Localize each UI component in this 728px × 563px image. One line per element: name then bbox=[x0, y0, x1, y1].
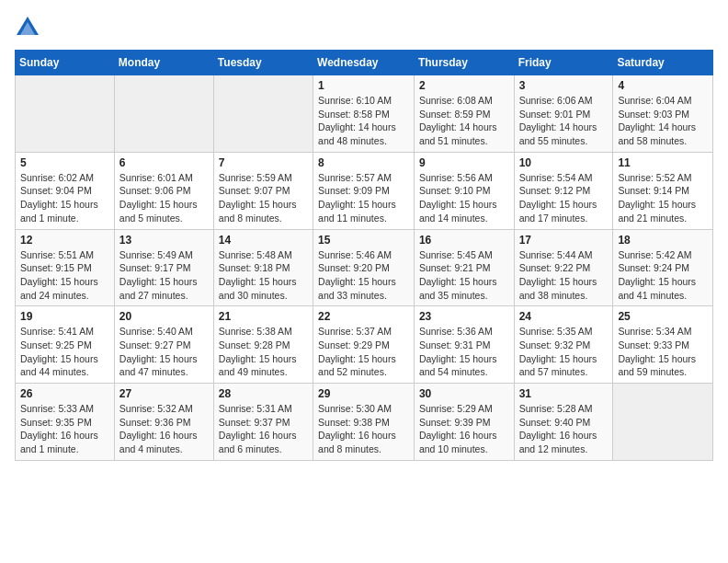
calendar-cell bbox=[613, 384, 713, 461]
calendar-cell: 8Sunrise: 5:57 AMSunset: 9:09 PMDaylight… bbox=[313, 152, 415, 229]
calendar-cell: 13Sunrise: 5:49 AMSunset: 9:17 PMDayligh… bbox=[114, 229, 213, 306]
day-number: 19 bbox=[20, 310, 109, 323]
day-number: 17 bbox=[519, 234, 609, 247]
logo-icon bbox=[15, 15, 40, 40]
day-info: Sunrise: 6:02 AMSunset: 9:04 PMDaylight:… bbox=[20, 171, 109, 225]
day-number: 24 bbox=[519, 310, 609, 323]
day-number: 2 bbox=[419, 79, 509, 92]
day-number: 5 bbox=[20, 156, 109, 169]
day-info: Sunrise: 5:59 AMSunset: 9:07 PMDaylight:… bbox=[219, 171, 308, 225]
calendar-week-5: 26Sunrise: 5:33 AMSunset: 9:35 PMDayligh… bbox=[16, 384, 713, 461]
day-number: 11 bbox=[618, 156, 708, 169]
day-number: 4 bbox=[618, 79, 708, 92]
calendar-cell: 10Sunrise: 5:54 AMSunset: 9:12 PMDayligh… bbox=[514, 152, 613, 229]
day-number: 14 bbox=[219, 234, 308, 247]
calendar-cell: 6Sunrise: 6:01 AMSunset: 9:06 PMDaylight… bbox=[114, 152, 213, 229]
day-number: 23 bbox=[419, 310, 509, 323]
calendar-cell: 29Sunrise: 5:30 AMSunset: 9:38 PMDayligh… bbox=[313, 384, 415, 461]
day-info: Sunrise: 5:45 AMSunset: 9:21 PMDaylight:… bbox=[419, 248, 509, 303]
day-info: Sunrise: 5:41 AMSunset: 9:25 PMDaylight:… bbox=[20, 325, 109, 379]
day-info: Sunrise: 5:44 AMSunset: 9:22 PMDaylight:… bbox=[519, 248, 609, 303]
day-info: Sunrise: 6:04 AMSunset: 9:03 PMDaylight:… bbox=[618, 94, 708, 148]
header-sunday: Sunday bbox=[16, 51, 115, 75]
day-number: 28 bbox=[219, 387, 308, 400]
day-info: Sunrise: 5:29 AMSunset: 9:39 PMDaylight:… bbox=[419, 402, 509, 456]
day-number: 27 bbox=[119, 387, 209, 400]
calendar-cell: 21Sunrise: 5:38 AMSunset: 9:28 PMDayligh… bbox=[213, 306, 313, 384]
page-header bbox=[15, 15, 713, 40]
calendar-cell bbox=[213, 75, 313, 153]
day-info: Sunrise: 5:28 AMSunset: 9:40 PMDaylight:… bbox=[519, 402, 609, 456]
calendar-week-4: 19Sunrise: 5:41 AMSunset: 9:25 PMDayligh… bbox=[16, 306, 713, 384]
calendar-cell: 24Sunrise: 5:35 AMSunset: 9:32 PMDayligh… bbox=[514, 306, 613, 384]
day-number: 26 bbox=[20, 387, 109, 400]
calendar-cell: 12Sunrise: 5:51 AMSunset: 9:15 PMDayligh… bbox=[16, 229, 115, 306]
day-number: 12 bbox=[20, 234, 109, 247]
header-monday: Monday bbox=[114, 51, 213, 75]
day-number: 7 bbox=[219, 156, 308, 169]
calendar-week-2: 5Sunrise: 6:02 AMSunset: 9:04 PMDaylight… bbox=[16, 152, 713, 229]
day-info: Sunrise: 5:57 AMSunset: 9:09 PMDaylight:… bbox=[318, 171, 409, 225]
day-info: Sunrise: 5:37 AMSunset: 9:29 PMDaylight:… bbox=[318, 325, 409, 379]
day-number: 21 bbox=[219, 310, 308, 323]
day-info: Sunrise: 5:46 AMSunset: 9:20 PMDaylight:… bbox=[318, 248, 409, 303]
calendar-cell: 16Sunrise: 5:45 AMSunset: 9:21 PMDayligh… bbox=[414, 229, 514, 306]
day-number: 31 bbox=[519, 387, 609, 400]
day-info: Sunrise: 5:36 AMSunset: 9:31 PMDaylight:… bbox=[419, 325, 509, 379]
day-info: Sunrise: 5:51 AMSunset: 9:15 PMDaylight:… bbox=[20, 248, 109, 303]
header-saturday: Saturday bbox=[613, 51, 713, 75]
header-friday: Friday bbox=[514, 51, 613, 75]
day-info: Sunrise: 5:48 AMSunset: 9:18 PMDaylight:… bbox=[219, 248, 308, 303]
calendar-cell: 20Sunrise: 5:40 AMSunset: 9:27 PMDayligh… bbox=[114, 306, 213, 384]
calendar-cell bbox=[16, 75, 115, 153]
header-thursday: Thursday bbox=[414, 51, 514, 75]
day-info: Sunrise: 6:06 AMSunset: 9:01 PMDaylight:… bbox=[519, 94, 609, 148]
day-info: Sunrise: 5:34 AMSunset: 9:33 PMDaylight:… bbox=[618, 325, 708, 379]
calendar-cell: 25Sunrise: 5:34 AMSunset: 9:33 PMDayligh… bbox=[613, 306, 713, 384]
day-info: Sunrise: 6:10 AMSunset: 8:58 PMDaylight:… bbox=[318, 94, 409, 148]
calendar-cell: 17Sunrise: 5:44 AMSunset: 9:22 PMDayligh… bbox=[514, 229, 613, 306]
day-number: 8 bbox=[318, 156, 409, 169]
day-number: 13 bbox=[119, 234, 209, 247]
calendar-cell bbox=[114, 75, 213, 153]
day-info: Sunrise: 5:30 AMSunset: 9:38 PMDaylight:… bbox=[318, 402, 409, 456]
day-info: Sunrise: 5:54 AMSunset: 9:12 PMDaylight:… bbox=[519, 171, 609, 225]
day-number: 9 bbox=[419, 156, 509, 169]
day-info: Sunrise: 5:42 AMSunset: 9:24 PMDaylight:… bbox=[618, 248, 708, 303]
calendar-cell: 31Sunrise: 5:28 AMSunset: 9:40 PMDayligh… bbox=[514, 384, 613, 461]
day-number: 16 bbox=[419, 234, 509, 247]
calendar-cell: 2Sunrise: 6:08 AMSunset: 8:59 PMDaylight… bbox=[414, 75, 514, 153]
calendar-cell: 19Sunrise: 5:41 AMSunset: 9:25 PMDayligh… bbox=[16, 306, 115, 384]
day-number: 25 bbox=[618, 310, 708, 323]
day-number: 18 bbox=[618, 234, 708, 247]
day-info: Sunrise: 5:52 AMSunset: 9:14 PMDaylight:… bbox=[618, 171, 708, 225]
calendar-cell: 7Sunrise: 5:59 AMSunset: 9:07 PMDaylight… bbox=[213, 152, 313, 229]
calendar-cell: 28Sunrise: 5:31 AMSunset: 9:37 PMDayligh… bbox=[213, 384, 313, 461]
calendar-cell: 11Sunrise: 5:52 AMSunset: 9:14 PMDayligh… bbox=[613, 152, 713, 229]
day-number: 15 bbox=[318, 234, 409, 247]
day-info: Sunrise: 5:49 AMSunset: 9:17 PMDaylight:… bbox=[119, 248, 209, 303]
calendar-cell: 1Sunrise: 6:10 AMSunset: 8:58 PMDaylight… bbox=[313, 75, 415, 153]
calendar-cell: 30Sunrise: 5:29 AMSunset: 9:39 PMDayligh… bbox=[414, 384, 514, 461]
day-info: Sunrise: 6:01 AMSunset: 9:06 PMDaylight:… bbox=[119, 171, 209, 225]
calendar-cell: 15Sunrise: 5:46 AMSunset: 9:20 PMDayligh… bbox=[313, 229, 415, 306]
calendar-cell: 3Sunrise: 6:06 AMSunset: 9:01 PMDaylight… bbox=[514, 75, 613, 153]
day-info: Sunrise: 5:35 AMSunset: 9:32 PMDaylight:… bbox=[519, 325, 609, 379]
calendar-cell: 14Sunrise: 5:48 AMSunset: 9:18 PMDayligh… bbox=[213, 229, 313, 306]
calendar-cell: 5Sunrise: 6:02 AMSunset: 9:04 PMDaylight… bbox=[16, 152, 115, 229]
day-number: 22 bbox=[318, 310, 409, 323]
day-info: Sunrise: 5:38 AMSunset: 9:28 PMDaylight:… bbox=[219, 325, 308, 379]
day-info: Sunrise: 5:40 AMSunset: 9:27 PMDaylight:… bbox=[119, 325, 209, 379]
day-number: 3 bbox=[519, 79, 609, 92]
day-info: Sunrise: 5:31 AMSunset: 9:37 PMDaylight:… bbox=[219, 402, 308, 456]
header-tuesday: Tuesday bbox=[213, 51, 313, 75]
calendar-cell: 9Sunrise: 5:56 AMSunset: 9:10 PMDaylight… bbox=[414, 152, 514, 229]
calendar-cell: 27Sunrise: 5:32 AMSunset: 9:36 PMDayligh… bbox=[114, 384, 213, 461]
calendar-cell: 18Sunrise: 5:42 AMSunset: 9:24 PMDayligh… bbox=[613, 229, 713, 306]
day-info: Sunrise: 5:56 AMSunset: 9:10 PMDaylight:… bbox=[419, 171, 509, 225]
day-info: Sunrise: 5:33 AMSunset: 9:35 PMDaylight:… bbox=[20, 402, 109, 456]
day-number: 10 bbox=[519, 156, 609, 169]
calendar-cell: 4Sunrise: 6:04 AMSunset: 9:03 PMDaylight… bbox=[613, 75, 713, 153]
calendar-table: SundayMondayTuesdayWednesdayThursdayFrid… bbox=[15, 50, 713, 461]
day-info: Sunrise: 6:08 AMSunset: 8:59 PMDaylight:… bbox=[419, 94, 509, 148]
